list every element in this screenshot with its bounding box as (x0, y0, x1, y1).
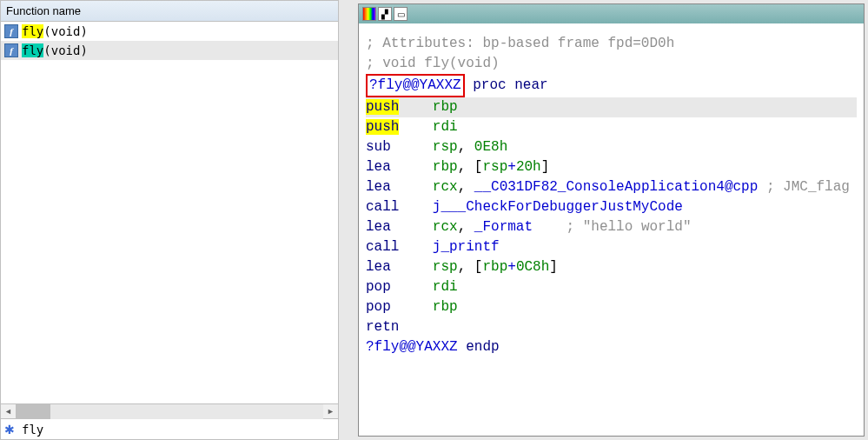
code-line[interactable]: ?fly@@YAXXZ endp (366, 337, 857, 357)
search-input[interactable] (18, 421, 338, 438)
code-line[interactable]: call j___CheckForDebuggerJustMyCode (366, 197, 857, 217)
function-name-highlight: fly (22, 24, 43, 38)
colors-icon[interactable] (362, 7, 376, 21)
function-icon: f (4, 43, 18, 57)
function-list[interactable]: ffly(void)ffly(void) (1, 22, 338, 403)
code-line[interactable]: lea rbp, [rsp+20h] (366, 157, 857, 177)
search-row: ✱ (1, 418, 338, 439)
function-signature: (void) (43, 43, 88, 57)
function-row[interactable]: ffly(void) (1, 22, 338, 41)
code-line[interactable]: pop rbp (366, 297, 857, 317)
splitter[interactable] (346, 0, 351, 440)
code-line[interactable]: ?fly@@YAXXZ proc near (366, 74, 857, 97)
scroll-track[interactable] (16, 404, 323, 419)
function-icon: f (4, 24, 18, 38)
code-line[interactable]: pop rdi (366, 277, 857, 297)
functions-panel: Function name ffly(void)ffly(void) ◄ ► ✱ (0, 0, 339, 440)
disassembly-window: ▞ ▭ ; Attributes: bp-based frame fpd=0D0… (358, 3, 865, 437)
code-line[interactable]: push rbp (366, 97, 857, 117)
code-line[interactable]: lea rcx, __C031DF82_ConsoleApplication4@… (366, 177, 857, 197)
function-signature: (void) (43, 24, 88, 38)
disassembly-panel: ▞ ▭ ; Attributes: bp-based frame fpd=0D0… (358, 0, 868, 440)
code-line[interactable]: call j_printf (366, 237, 857, 257)
code-line[interactable]: retn (366, 317, 857, 337)
code-line[interactable]: ; Attributes: bp-based frame fpd=0D0h (366, 34, 857, 54)
window-icon[interactable]: ▭ (394, 7, 407, 21)
scroll-left-button[interactable]: ◄ (1, 404, 16, 419)
scroll-thumb[interactable] (16, 404, 50, 419)
column-header[interactable]: Function name (1, 1, 338, 22)
function-name-highlight: fly (22, 43, 43, 57)
scroll-right-button[interactable]: ► (323, 404, 338, 419)
code-line[interactable]: lea rcx, _Format ; "hello world" (366, 217, 857, 237)
graph-icon[interactable]: ▞ (378, 7, 392, 21)
code-area[interactable]: ; Attributes: bp-based frame fpd=0D0h; v… (359, 23, 864, 436)
code-line[interactable]: push rdi (366, 117, 857, 137)
code-line[interactable]: ; void fly(void) (366, 54, 857, 74)
filter-icon: ✱ (1, 423, 18, 437)
window-toolbar: ▞ ▭ (359, 4, 864, 23)
function-row[interactable]: ffly(void) (1, 41, 338, 60)
code-line[interactable]: lea rsp, [rbp+0C8h] (366, 257, 857, 277)
horizontal-scrollbar[interactable]: ◄ ► (1, 403, 338, 418)
code-line[interactable]: sub rsp, 0E8h (366, 137, 857, 157)
